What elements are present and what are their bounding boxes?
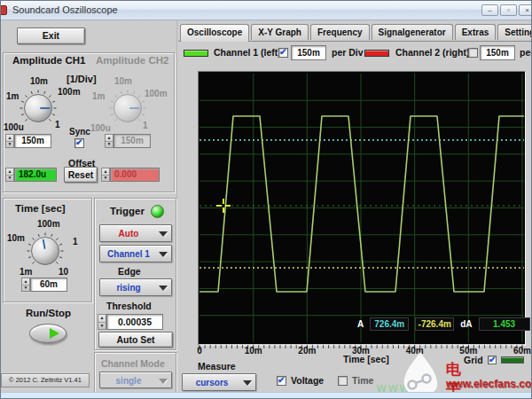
measure-time-label: Time [352,375,373,386]
amplitude-ch2-title: Amplitude CH2 [96,55,168,66]
control-panel: Exit Amplitude CH1 Amplitude CH2 [1/Div]… [1,20,177,394]
offset-ch2-spinner[interactable]: ▲▼ [101,168,110,182]
offset-reset-button[interactable]: Reset [64,167,98,183]
delta-value: 1.453 [479,317,530,331]
tab-settings[interactable]: Settings [497,24,532,40]
maximize-button-icon[interactable]: ▫ [500,4,517,16]
threshold-value[interactable]: 0.00035 [106,314,163,330]
grid-checkbox[interactable] [488,356,497,364]
auto-set-button[interactable]: Auto Set [98,332,173,348]
measure-mode-dropdown[interactable]: cursors [182,373,256,391]
measure-voltage-checkbox[interactable] [277,376,286,386]
chevron-down-icon [243,380,252,386]
trigger-title: Trigger [110,206,145,216]
display-panel: OscilloscopeX-Y GraphFrequencySignalgene… [178,20,532,394]
app-icon [0,5,7,15]
channel1-legend-label: Channel 1 (left) [214,47,281,58]
x-tick-label: 60m [513,346,531,356]
trigger-group: Trigger Auto Channel 1 Edge rising Thres… [94,198,176,350]
knob-scale-label: 100m [145,89,168,98]
scope-plot[interactable] [198,71,526,353]
trigger-source-dropdown[interactable]: Channel 1 [99,245,172,262]
amplitude-ch2-spinner[interactable]: ▲▼ [105,134,113,148]
edge-label: Edge [118,266,141,277]
tab-bar: OscilloscopeX-Y GraphFrequencySignalgene… [180,23,532,42]
tab-oscilloscope[interactable]: Oscilloscope [180,24,249,42]
channel-mode-title: Channel Mode [101,358,165,369]
tab-frequency[interactable]: Frequency [310,24,370,40]
exit-button[interactable]: Exit [17,27,85,44]
sync-label: Sync [69,127,90,137]
time-value[interactable]: 60m [30,278,67,292]
per-div-unit-label: [1/Div] [66,74,97,84]
channel1-per-div-label: per Div [332,47,364,58]
time-knob[interactable] [26,231,65,270]
time-group: Time [sec] 100m 10m 1 1m 10 ▲▼ 60m [3,198,92,302]
grid-label: Grid [464,355,483,365]
tab-signalgenerator[interactable]: Signalgenerator [372,24,453,40]
measure-time-checkbox[interactable] [338,376,348,386]
window-title: Soundcard Oszilloscope [12,4,118,15]
trigger-led [151,205,164,218]
offset-ch2-value[interactable]: 0.000 [110,168,160,182]
knob-scale-label: 100m [58,87,81,97]
trigger-edge-dropdown[interactable]: rising [99,278,172,296]
x-tick-label: 10m [245,346,262,356]
channel1-per-div-value[interactable]: 150m [291,45,326,60]
channel-mode-group: Channel Mode single [94,352,176,393]
channel-mode-dropdown[interactable]: single [99,372,172,388]
channel2-per-div-value[interactable]: 150m [480,45,515,60]
readout-a-label: A [357,319,364,329]
time-spinner[interactable]: ▲▼ [21,278,30,292]
knob-scale-label: 1 [73,237,78,246]
channel1-div-checkbox[interactable] [278,48,288,58]
chevron-down-icon [159,286,168,291]
knob-scale-label: 10m [7,233,25,243]
play-icon [50,328,59,339]
channel2-div-checkbox[interactable] [468,48,478,58]
titlebar: Soundcard Oszilloscope – ▫ × [1,1,532,20]
channel2-color-swatch [364,50,389,57]
x-tick-label: 40m [406,346,424,356]
minimize-button-icon[interactable]: – [481,4,498,16]
readout-da-label: dA [460,319,472,329]
amplitude-ch1-title: Amplitude CH1 [12,55,85,66]
x-axis-title: Time [sec] [343,354,389,364]
amplitude-ch1-spinner[interactable]: ▲▼ [5,134,14,148]
copyright-bar: © 2012 C. Zeitnitz V1.41 [1,373,90,387]
threshold-spinner[interactable]: ▲▼ [98,314,106,330]
amplitude-ch2-value[interactable]: 150m [113,134,151,148]
threshold-label: Threshold [106,301,152,311]
channel1-color-swatch [184,50,208,57]
x-tick-label: 20m [298,346,316,356]
tab-xy-graph[interactable]: X-Y Graph [251,24,309,40]
amplitude-ch1-knob[interactable] [19,89,58,128]
amplitude-ch2-knob[interactable] [108,89,147,128]
measure-voltage-label: Voltage [291,375,324,386]
channel2-legend-label: Channel 2 (right) [395,47,469,58]
amplitude-ch1-value[interactable]: 150m [14,134,51,148]
close-button-icon[interactable]: × [519,4,532,16]
offset-ch1-spinner[interactable]: ▲▼ [5,168,14,182]
run-stop-label: Run/Stop [26,308,71,318]
tab-extras[interactable]: Extras [455,24,497,40]
knob-scale-label: 10m [114,76,132,86]
chevron-down-icon [159,231,168,237]
app-window: Soundcard Oszilloscope – ▫ × Exit Amplit… [0,0,532,399]
status-bar [1,392,532,399]
cursor2-value: -726.4m [415,317,454,331]
knob-scale-label: 10m [30,76,48,86]
cursor-readout: A 726.4m -726.4m dA 1.453 [357,317,530,331]
knob-scale-label: 100m [37,219,60,229]
grid-color-swatch [501,356,524,364]
trigger-mode-dropdown[interactable]: Auto [99,224,172,242]
x-tick-label: 0 [197,346,202,356]
offset-ch1-value[interactable]: 182.0u [14,168,57,182]
chevron-down-icon [159,252,168,257]
run-stop-button[interactable] [29,324,66,343]
knob-scale-label: 1m [92,91,105,101]
knob-scale-label: 1m [6,91,19,101]
amplitude-group: Amplitude CH1 Amplitude CH2 [1/Div] 10m … [3,52,175,192]
sync-checkbox[interactable] [74,138,84,148]
chevron-down-icon [159,379,168,384]
